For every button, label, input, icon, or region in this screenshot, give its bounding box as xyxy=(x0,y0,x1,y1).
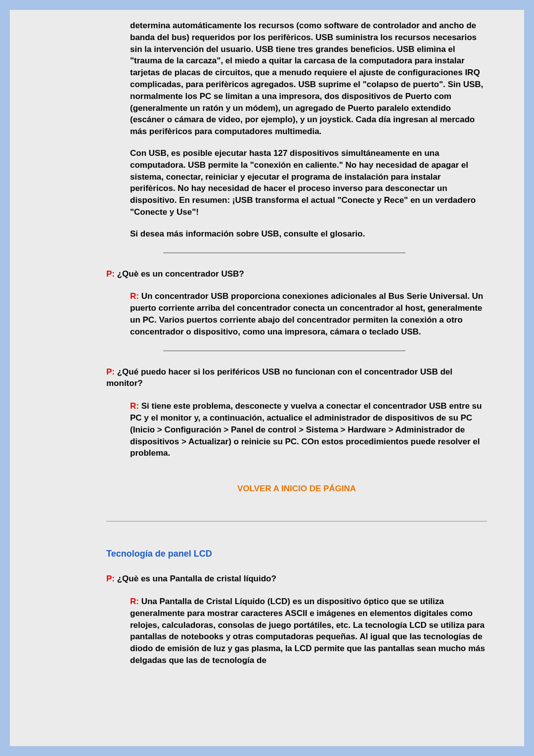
question-text: ¿Què es un concentrador USB? xyxy=(117,269,244,279)
section-divider xyxy=(106,521,487,521)
answer-label: R: xyxy=(130,597,139,606)
content-area: determina automáticamente los recursos (… xyxy=(106,20,512,666)
question-text: ¿Què es una Pantalla de cristal líquido? xyxy=(117,574,276,583)
back-to-top-link[interactable]: VOLVER A INICIO DE PÁGINA xyxy=(106,484,487,494)
divider xyxy=(163,350,405,351)
answer-label: R: xyxy=(130,401,139,411)
answer-text: Una Pantalla de Cristal Líquido (LCD) es… xyxy=(130,597,485,665)
document-page: determina automáticamente los recursos (… xyxy=(10,10,524,746)
answer-text: Si tiene este problema, desconecte y vue… xyxy=(130,401,482,458)
faq-answer-3: R: Una Pantalla de Cristal Líquido (LCD)… xyxy=(130,596,487,666)
answer-label: R: xyxy=(130,291,139,301)
usb-intro-paragraphs: determina automáticamente los recursos (… xyxy=(130,20,487,240)
usb-intro-para2: Con USB, es posible ejecutar hasta 127 d… xyxy=(130,147,487,218)
faq-question-3: P: ¿Què es una Pantalla de cristal líqui… xyxy=(106,573,487,585)
question-text: ¿Qué puedo hacer si los periféricos USB … xyxy=(106,367,452,388)
question-label: P: xyxy=(106,269,115,279)
section-title-lcd: Tecnología de panel LCD xyxy=(106,549,487,559)
usb-intro-para3: Si desea más información sobre USB, cons… xyxy=(130,228,487,240)
faq-question-1: P: ¿Què es un concentrador USB? xyxy=(106,268,487,280)
faq-answer-2: R: Si tiene este problema, desconecte y … xyxy=(130,400,487,459)
faq-answer-1: R: Un concentrador USB proporciona conex… xyxy=(130,290,487,337)
question-label: P: xyxy=(106,574,115,583)
usb-intro-para1: determina automáticamente los recursos (… xyxy=(130,20,487,138)
question-label: P: xyxy=(106,367,115,377)
faq-question-2: P: ¿Qué puedo hacer si los periféricos U… xyxy=(106,366,487,390)
divider xyxy=(163,252,405,253)
answer-text: Un concentrador USB proporciona conexion… xyxy=(130,291,483,336)
